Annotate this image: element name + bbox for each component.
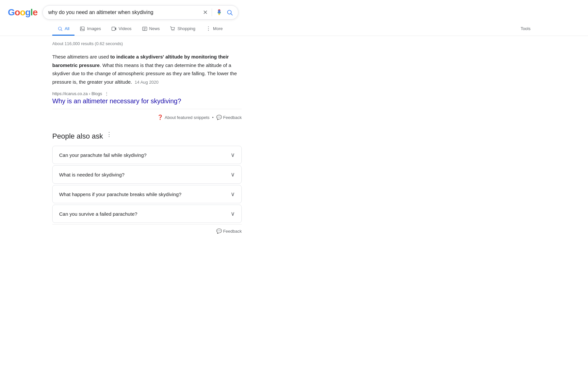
snippet-text-before: These altimeters are used (52, 54, 110, 59)
source-options-icon[interactable]: ⋮ (105, 91, 109, 96)
results-count: About 116,000 results (0.62 seconds) (52, 41, 242, 46)
snippet-footer: ❓ About featured snippets • 💬 Feedback (52, 113, 242, 123)
divider (212, 8, 212, 16)
tab-images-label: Images (87, 26, 101, 31)
footer-separator: • (212, 115, 214, 120)
clear-button[interactable]: ✕ (203, 9, 208, 16)
logo-letter-l: l (30, 7, 33, 17)
tab-shopping[interactable]: Shopping (165, 23, 201, 36)
chevron-down-icon-1: ∨ (231, 171, 235, 178)
main-content: About 116,000 results (0.62 seconds) The… (0, 36, 294, 240)
svg-rect-8 (112, 27, 115, 30)
paa-item-3[interactable]: Can you survive a failed parachute? ∨ (52, 205, 242, 223)
nav-tabs: All Images Videos News Shoppi (0, 22, 588, 36)
voice-search-button[interactable] (216, 9, 222, 16)
tab-news-label: News (149, 26, 160, 31)
shopping-icon (170, 26, 175, 31)
bottom-feedback-icon: 💬 (216, 228, 222, 234)
snippet-divider (52, 109, 242, 109)
result-title-link[interactable]: Why is an altimeter necessary for skydiv… (52, 97, 242, 105)
chevron-down-icon-2: ∨ (231, 191, 235, 198)
paa-item-1[interactable]: What is needed for skydiving? ∨ (52, 165, 242, 184)
tab-all[interactable]: All (52, 23, 74, 36)
logo-letter-g: G (8, 7, 15, 17)
tab-news[interactable]: News (137, 23, 165, 36)
source-url: https://icarus.co.za › Blogs ⋮ (52, 91, 242, 96)
search-button[interactable] (226, 9, 233, 16)
snippet-date: 14 Aug 2020 (135, 80, 158, 85)
all-icon (57, 26, 63, 31)
search-bar: why do you need an altimeter when skydiv… (42, 5, 238, 20)
search-icons: ✕ (203, 8, 233, 16)
paa-question-0: Can your parachute fail while skydiving? (59, 152, 147, 158)
people-also-ask-section: People also ask ⋮ Can your parachute fai… (52, 131, 242, 235)
paa-item-2[interactable]: What happens if your parachute breaks wh… (52, 185, 242, 203)
search-input[interactable]: why do you need an altimeter when skydiv… (48, 9, 200, 15)
tab-videos-label: Videos (119, 26, 132, 31)
paa-item-0[interactable]: Can your parachute fail while skydiving?… (52, 146, 242, 164)
bottom-feedback: 💬 Feedback (52, 224, 242, 235)
news-icon (142, 26, 147, 31)
feedback-item[interactable]: 💬 Feedback (216, 115, 242, 120)
svg-rect-6 (80, 27, 84, 31)
tab-images[interactable]: Images (74, 23, 106, 36)
snippet-text: These altimeters are used to indicate a … (52, 53, 242, 86)
logo-letter-o2: o (20, 7, 25, 17)
tab-all-label: All (65, 26, 69, 31)
tab-shopping-label: Shopping (177, 26, 195, 31)
tab-tools[interactable]: Tools (515, 23, 536, 35)
svg-line-5 (61, 29, 62, 30)
chevron-down-icon-0: ∨ (231, 151, 235, 159)
logo-letter-o1: o (15, 7, 20, 17)
svg-point-14 (172, 30, 172, 31)
videos-icon (111, 26, 117, 31)
more-icon: ⋮ (206, 25, 211, 32)
about-snippets-item[interactable]: ❓ About featured snippets (157, 114, 209, 120)
paa-title: People also ask (52, 132, 103, 141)
search-icon (226, 9, 233, 16)
tab-more-label: More (213, 26, 223, 31)
microphone-icon (216, 9, 222, 16)
close-icon: ✕ (203, 9, 208, 16)
featured-snippet: These altimeters are used to indicate a … (52, 53, 242, 123)
paa-question-3: Can you survive a failed parachute? (59, 211, 137, 217)
tab-tools-label: Tools (521, 26, 531, 31)
svg-line-3 (231, 14, 233, 15)
paa-question-1: What is needed for skydiving? (59, 172, 124, 177)
question-circle-icon: ❓ (157, 114, 163, 120)
chevron-down-icon-3: ∨ (231, 210, 235, 217)
svg-point-7 (81, 27, 82, 28)
logo-letter-g2: g (25, 7, 30, 17)
source-url-text: https://icarus.co.za › Blogs (52, 91, 102, 96)
feedback-label: Feedback (223, 115, 242, 120)
paa-header: People also ask ⋮ (52, 131, 242, 142)
svg-point-15 (173, 30, 174, 31)
bottom-feedback-label[interactable]: Feedback (223, 229, 242, 234)
about-snippets-label: About featured snippets (165, 115, 209, 120)
images-icon (80, 26, 85, 31)
feedback-icon: 💬 (216, 115, 222, 120)
logo-letter-e: e (33, 7, 38, 17)
tab-more[interactable]: ⋮ More (201, 22, 228, 36)
google-logo[interactable]: Google (8, 7, 37, 18)
tab-videos[interactable]: Videos (106, 23, 137, 36)
paa-options-button[interactable]: ⋮ (106, 131, 112, 138)
header: Google why do you need an altimeter when… (0, 0, 588, 22)
paa-question-2: What happens if your parachute breaks wh… (59, 192, 181, 197)
